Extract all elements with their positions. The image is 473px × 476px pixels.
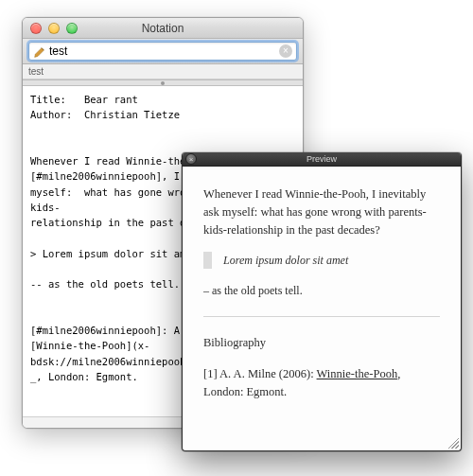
preview-blockquote: Lorem ipsum dolor sit amet <box>203 252 440 269</box>
preview-titlebar[interactable]: × Preview <box>183 152 461 167</box>
notation-titlebar[interactable]: Notation <box>23 18 303 39</box>
clear-search-icon[interactable]: × <box>279 44 292 58</box>
divider <box>203 316 440 317</box>
traffic-lights <box>30 23 78 34</box>
list-item[interactable]: test <box>28 66 44 77</box>
zoom-icon[interactable] <box>66 23 78 34</box>
splitter[interactable] <box>23 79 303 86</box>
search-input[interactable] <box>49 44 275 58</box>
minimize-icon[interactable] <box>48 23 60 34</box>
close-icon[interactable] <box>30 23 42 34</box>
search-field-wrap: × <box>28 42 297 61</box>
grip-icon <box>161 81 165 85</box>
bib-prefix: [1] A. A. Milne (2006): <box>203 367 317 380</box>
notes-list[interactable]: test <box>23 64 303 79</box>
search-row: × <box>23 39 303 64</box>
close-icon[interactable]: × <box>185 153 197 165</box>
preview-window: × Preview Whenever I read Winnie-the-Poo… <box>182 152 462 451</box>
bibliography-heading: Bibliography <box>203 334 440 352</box>
preview-paragraph: Whenever I read Winnie-the-Pooh, I inevi… <box>203 185 440 238</box>
preview-body: Whenever I read Winnie-the-Pooh, I inevi… <box>183 167 461 450</box>
preview-paragraph: – as the old poets tell. <box>203 282 440 299</box>
bibliography-entry: [1] A. A. Milne (2006): Winnie-the-Pooh,… <box>203 365 440 401</box>
bib-title-link[interactable]: Winnie-the-Pooh <box>317 367 398 380</box>
edit-icon <box>33 45 45 58</box>
resize-grip-icon[interactable] <box>447 437 459 449</box>
preview-window-title: Preview <box>307 154 337 164</box>
